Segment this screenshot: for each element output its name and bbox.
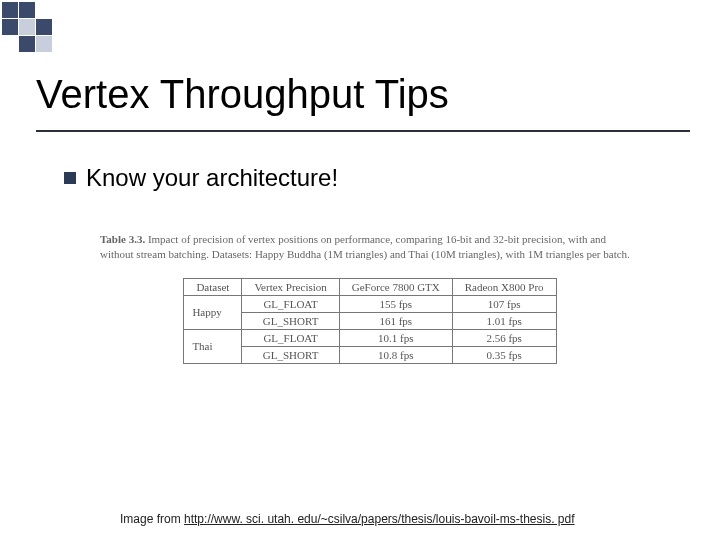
cell-precision: GL_SHORT xyxy=(242,312,339,329)
cell-ati: 0.35 fps xyxy=(452,346,556,363)
image-credit: Image from http://www. sci. utah. edu/~c… xyxy=(120,512,575,526)
caption-body: Impact of precision of vertex positions … xyxy=(100,233,630,260)
bullet-item: Know your architecture! xyxy=(64,164,338,192)
cell-dataset: Happy xyxy=(184,295,242,329)
performance-table: Dataset Vertex Precision GeForce 7800 GT… xyxy=(183,278,556,364)
cell-ati: 107 fps xyxy=(452,295,556,312)
cell-precision: GL_FLOAT xyxy=(242,295,339,312)
cell-ati: 2.56 fps xyxy=(452,329,556,346)
cell-nv: 155 fps xyxy=(339,295,452,312)
table-row: Thai GL_FLOAT 10.1 fps 2.56 fps xyxy=(184,329,556,346)
cell-nv: 10.8 fps xyxy=(339,346,452,363)
corner-decoration xyxy=(0,0,71,54)
credit-prefix: Image from xyxy=(120,512,184,526)
col-precision: Vertex Precision xyxy=(242,278,339,295)
title-underline xyxy=(36,130,690,132)
cell-nv: 10.1 fps xyxy=(339,329,452,346)
credit-link[interactable]: http://www. sci. utah. edu/~csilva/paper… xyxy=(184,512,575,526)
bullet-text: Know your architecture! xyxy=(86,164,338,192)
caption-label: Table 3.3. xyxy=(100,233,145,245)
slide: Vertex Throughput Tips Know your archite… xyxy=(0,0,720,540)
table-caption: Table 3.3. Impact of precision of vertex… xyxy=(100,232,640,262)
table-row: Happy GL_FLOAT 155 fps 107 fps xyxy=(184,295,556,312)
cell-precision: GL_SHORT xyxy=(242,346,339,363)
col-dataset: Dataset xyxy=(184,278,242,295)
table-header-row: Dataset Vertex Precision GeForce 7800 GT… xyxy=(184,278,556,295)
cell-precision: GL_FLOAT xyxy=(242,329,339,346)
col-geforce: GeForce 7800 GTX xyxy=(339,278,452,295)
slide-title: Vertex Throughput Tips xyxy=(36,72,449,117)
cell-dataset: Thai xyxy=(184,329,242,363)
col-radeon: Radeon X800 Pro xyxy=(452,278,556,295)
bullet-icon xyxy=(64,172,76,184)
table-figure: Table 3.3. Impact of precision of vertex… xyxy=(100,232,640,364)
cell-ati: 1.01 fps xyxy=(452,312,556,329)
cell-nv: 161 fps xyxy=(339,312,452,329)
